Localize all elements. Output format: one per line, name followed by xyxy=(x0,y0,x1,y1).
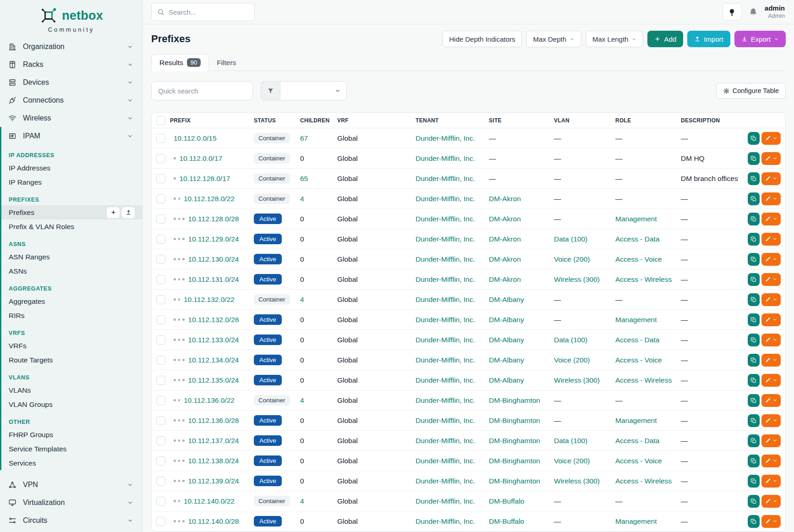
prefix-link[interactable]: 10.112.136.0/22 xyxy=(184,396,235,405)
row-checkbox[interactable] xyxy=(156,154,165,163)
column-header-vlan[interactable]: VLAN xyxy=(554,117,615,124)
sidebar-item-racks[interactable]: Racks xyxy=(0,55,142,73)
export-dropdown-button[interactable]: Export xyxy=(734,31,786,47)
sidebar-item-asn-ranges[interactable]: ASN Ranges xyxy=(1,250,142,264)
prefix-link[interactable]: 10.112.128.0/17 xyxy=(180,175,230,183)
clone-button[interactable] xyxy=(748,253,760,266)
column-header-children[interactable]: CHILDREN xyxy=(300,117,337,124)
children-count-link[interactable]: 4 xyxy=(300,497,304,505)
edit-dropdown-button[interactable] xyxy=(761,414,781,427)
sidebar-item-vlans[interactable]: VLANs xyxy=(1,383,142,397)
children-count-link[interactable]: 65 xyxy=(300,175,308,182)
sidebar-item-ipam[interactable]: IPAM xyxy=(1,127,142,145)
role-link[interactable]: Access - Data xyxy=(615,235,659,243)
prefix-link[interactable]: 10.112.0.0/17 xyxy=(180,154,223,163)
row-checkbox[interactable] xyxy=(156,356,165,365)
row-checkbox[interactable] xyxy=(156,315,165,324)
site-link[interactable]: DM-Binghamton xyxy=(489,396,540,404)
column-header-prefix[interactable]: PREFIX xyxy=(170,117,254,124)
prefix-link[interactable]: 10.112.128.0/28 xyxy=(188,215,239,223)
clone-button[interactable] xyxy=(748,374,760,387)
clone-button[interactable] xyxy=(748,394,760,407)
sidebar-item-circuits[interactable]: Circuits xyxy=(0,511,142,529)
row-checkbox[interactable] xyxy=(156,214,165,224)
sidebar-item-service-templates[interactable]: Service Templates xyxy=(1,442,142,456)
column-header-role[interactable]: ROLE xyxy=(615,117,681,124)
vlan-link[interactable]: Voice (200) xyxy=(554,457,590,465)
site-link[interactable]: DM-Binghamton xyxy=(489,417,540,424)
user-menu[interactable]: admin Admin xyxy=(765,4,785,20)
prefix-link[interactable]: 10.112.140.0/28 xyxy=(188,517,239,526)
brand[interactable]: netbox Community xyxy=(0,0,142,38)
prefix-link[interactable]: 10.112.132.0/28 xyxy=(188,316,239,324)
vlan-link[interactable]: Data (100) xyxy=(554,437,587,444)
row-checkbox[interactable] xyxy=(156,134,165,143)
site-link[interactable]: DM-Binghamton xyxy=(489,437,540,444)
hide-depth-indicators-button[interactable]: Hide Depth Indicators xyxy=(442,31,522,47)
row-checkbox[interactable] xyxy=(156,477,165,486)
clone-button[interactable] xyxy=(748,495,760,508)
notifications-bell-icon[interactable] xyxy=(749,7,758,16)
sidebar-item-prefix-vlan-roles[interactable]: Prefix & VLAN Roles xyxy=(1,219,142,234)
sidebar-item-aggregates[interactable]: Aggregates xyxy=(1,294,142,308)
role-link[interactable]: Access - Wireless xyxy=(615,275,672,283)
vlan-link[interactable]: Voice (200) xyxy=(554,356,590,364)
clone-button[interactable] xyxy=(748,152,760,165)
site-link[interactable]: DM-Akron xyxy=(489,275,521,283)
role-link[interactable]: Access - Data xyxy=(615,437,659,444)
edit-dropdown-button[interactable] xyxy=(761,495,781,508)
children-count-link[interactable]: 4 xyxy=(300,296,304,303)
vlan-link[interactable]: Data (100) xyxy=(554,235,587,243)
row-checkbox[interactable] xyxy=(156,235,165,244)
edit-dropdown-button[interactable] xyxy=(761,475,781,488)
tenant-link[interactable]: Dunder-Mifflin, Inc. xyxy=(416,296,475,303)
vlan-link[interactable]: Wireless (300) xyxy=(554,275,600,283)
row-checkbox[interactable] xyxy=(156,456,165,466)
prefix-link[interactable]: 10.112.139.0/24 xyxy=(188,477,239,485)
sidebar-item-services[interactable]: Services xyxy=(1,456,142,470)
clone-button[interactable] xyxy=(748,172,760,185)
tenant-link[interactable]: Dunder-Mifflin, Inc. xyxy=(416,255,475,263)
clone-button[interactable] xyxy=(748,313,760,326)
sidebar-item-connections[interactable]: Connections xyxy=(0,91,142,109)
vlan-link[interactable]: Voice (200) xyxy=(554,255,590,263)
site-link[interactable]: DM-Binghamton xyxy=(489,457,540,465)
search-input[interactable] xyxy=(169,8,260,16)
edit-dropdown-button[interactable] xyxy=(761,152,781,165)
row-checkbox[interactable] xyxy=(156,517,165,526)
edit-dropdown-button[interactable] xyxy=(761,253,781,266)
site-link[interactable]: DM-Albany xyxy=(489,336,524,344)
vlan-link[interactable]: Wireless (300) xyxy=(554,477,600,485)
clone-button[interactable] xyxy=(748,132,760,145)
prefix-link[interactable]: 10.112.140.0/22 xyxy=(184,497,235,505)
sidebar-item-vpn[interactable]: VPN xyxy=(0,476,142,494)
tenant-link[interactable]: Dunder-Mifflin, Inc. xyxy=(416,215,475,223)
role-link[interactable]: Access - Voice xyxy=(615,457,662,465)
sidebar-item-asns[interactable]: ASNs xyxy=(1,264,142,278)
prefix-link[interactable]: 10.112.138.0/24 xyxy=(188,457,239,465)
quick-search[interactable] xyxy=(151,81,253,100)
tenant-link[interactable]: Dunder-Mifflin, Inc. xyxy=(416,336,475,344)
tenant-link[interactable]: Dunder-Mifflin, Inc. xyxy=(416,235,475,243)
vlan-link[interactable]: Wireless (300) xyxy=(554,376,600,384)
role-link[interactable]: Access - Wireless xyxy=(615,477,672,485)
edit-dropdown-button[interactable] xyxy=(761,434,781,447)
row-checkbox[interactable] xyxy=(156,497,165,506)
sidebar-item-ip-addresses[interactable]: IP Addresses xyxy=(1,161,142,175)
edit-dropdown-button[interactable] xyxy=(761,273,781,286)
tenant-link[interactable]: Dunder-Mifflin, Inc. xyxy=(416,316,475,324)
row-checkbox[interactable] xyxy=(156,295,165,304)
tenant-link[interactable]: Dunder-Mifflin, Inc. xyxy=(416,134,475,142)
edit-dropdown-button[interactable] xyxy=(761,132,781,145)
tenant-link[interactable]: Dunder-Mifflin, Inc. xyxy=(416,437,475,444)
sidebar-item-ip-ranges[interactable]: IP Ranges xyxy=(1,175,142,189)
tenant-link[interactable]: Dunder-Mifflin, Inc. xyxy=(416,477,475,485)
row-checkbox[interactable] xyxy=(156,416,165,425)
clone-button[interactable] xyxy=(748,475,760,488)
site-link[interactable]: DM-Albany xyxy=(489,316,524,324)
site-link[interactable]: DM-Akron xyxy=(489,255,521,263)
site-link[interactable]: DM-Albany xyxy=(489,296,524,303)
configure-table-button[interactable]: Configure Table xyxy=(716,83,786,99)
prefix-link[interactable]: 10.112.131.0/24 xyxy=(188,275,239,284)
children-count-link[interactable]: 4 xyxy=(300,396,304,404)
